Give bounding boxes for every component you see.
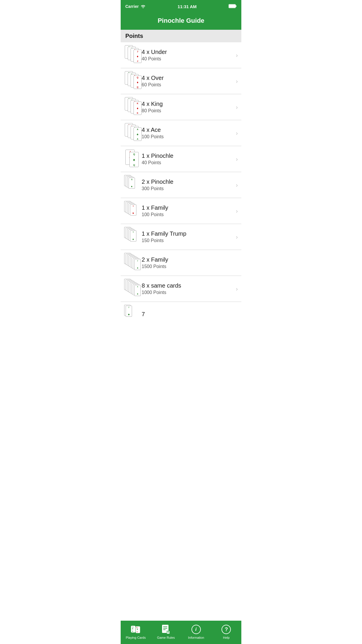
item-content: 2 x Pinochle 300 Points [142, 178, 233, 191]
chevron-right-icon: › [236, 130, 238, 136]
item-title: 8 x same cards [142, 282, 233, 289]
status-right [229, 4, 237, 9]
list-item[interactable]: J♦ Q♠ J♦ Q♠ 2 x Pinochle 300 Points › [121, 172, 241, 198]
status-bar: Carrier 11:31 AM [121, 0, 241, 13]
chevron-right-icon: › [236, 182, 238, 188]
card-thumbnail: J♦J Q♠Q [124, 149, 142, 169]
item-content: 4 x King 80 Points [142, 101, 233, 113]
item-title: 7 [142, 311, 238, 318]
item-content: 1 x Family Trump 150 Points [142, 230, 233, 243]
item-content: 4 x Over 60 Points [142, 75, 233, 88]
item-title: 2 x Family [142, 256, 238, 263]
list-item[interactable]: J♠J J♣J J♥J J♦J 4 x Under 40 Points › [121, 42, 241, 68]
svg-rect-1 [236, 5, 236, 7]
item-subtitle: 150 Points [142, 238, 233, 243]
status-left: Carrier [125, 4, 146, 9]
list-item[interactable]: J♦J Q♠Q 1 x Pinochle 40 Points › [121, 146, 241, 172]
list-item[interactable]: A♥ K♥ Q♥ J♥ T♥ 1 x Family 100 Points › [121, 198, 241, 224]
item-content: 8 x same cards 1000 Points [142, 282, 233, 295]
item-subtitle: 300 Points [142, 186, 233, 191]
item-content: 4 x Under 40 Points [142, 49, 233, 62]
item-content: 7 [142, 311, 238, 318]
list-item[interactable]: Q♠Q Q♣Q Q♥Q Q♦Q 4 x Over 60 Points › [121, 68, 241, 94]
card-thumbnail: A♦A A♥A A♣A A♠A [124, 123, 142, 143]
item-content: 1 x Pinochle 40 Points [142, 153, 233, 165]
wifi-icon [140, 4, 146, 9]
item-subtitle: 1500 Points [142, 264, 238, 269]
chevron-right-icon: › [236, 286, 238, 292]
item-title: 2 x Pinochle [142, 178, 233, 185]
item-subtitle: 40 Points [142, 56, 233, 62]
item-content: 2 x Family 1500 Points [142, 256, 238, 269]
card-thumbnail: A♥ A♠ K♥ K♠ Q♥ Q♠ J♥ J♠ [124, 253, 142, 273]
status-time: 11:31 AM [178, 4, 196, 9]
section-header: Points [121, 30, 241, 42]
item-title: 4 x Under [142, 49, 233, 55]
item-title: 1 x Pinochle [142, 153, 233, 159]
chevron-right-icon: › [236, 208, 238, 214]
card-thumbnail: J♠J J♣J J♥J J♦J [124, 45, 142, 65]
chevron-right-icon: › [236, 52, 238, 59]
item-subtitle: 80 Points [142, 108, 233, 113]
item-title: 4 x Over [142, 75, 233, 81]
app-header: Pinochle Guide [121, 13, 241, 30]
item-subtitle: 60 Points [142, 82, 233, 88]
battery-icon [229, 4, 237, 9]
card-thumbnail: K♠K K♣K K♥K K♦K [124, 97, 142, 117]
list-item[interactable]: A♦A A♥A A♣A A♠A 4 x Ace 100 Points › [121, 120, 241, 146]
item-subtitle: 40 Points [142, 160, 233, 165]
card-thumbnail: A♠ K♠ Q♠ J♠ T♠ [124, 227, 142, 247]
chevron-right-icon: › [236, 78, 238, 85]
item-content: 1 x Family 100 Points [142, 204, 233, 217]
list-item[interactable]: A♥ A♠ K♥ K♠ Q♥ Q♠ J♥ J♠ 2 x Family 1500 … [121, 250, 241, 276]
card-thumbnail: Q♠Q Q♣Q Q♥Q Q♦Q [124, 71, 142, 91]
item-title: 4 x King [142, 101, 233, 107]
item-subtitle: 100 Points [142, 134, 233, 139]
list-item[interactable]: A♠ K♠ Q♠ J♠ T♠ 1 x Family Trump 150 Poin… [121, 224, 241, 250]
chevron-right-icon: › [236, 156, 238, 162]
item-subtitle: 1000 Points [142, 290, 233, 295]
list-item[interactable]: A♦ A♥ A♣ A♠ A♦ A♥ A♣ A♠ 8 x same cards 1… [121, 276, 241, 302]
carrier-label: Carrier [125, 4, 139, 9]
item-title: 1 x Family [142, 204, 233, 211]
list-item[interactable]: 7♠ 7♣ 7 [121, 302, 241, 328]
chevron-right-icon: › [236, 234, 238, 240]
page-title: Pinochle Guide [158, 17, 204, 24]
list-item[interactable]: K♠K K♣K K♥K K♦K 4 x King 80 Points › [121, 94, 241, 120]
card-thumbnail: A♦ A♥ A♣ A♠ A♦ A♥ A♣ A♠ [124, 279, 142, 299]
item-content: 4 x Ace 100 Points [142, 127, 233, 139]
points-list: J♠J J♣J J♥J J♦J 4 x Under 40 Points › Q♠… [121, 42, 241, 351]
card-thumbnail: A♥ K♥ Q♥ J♥ T♥ [124, 201, 142, 221]
card-thumbnail: 7♠ 7♣ [124, 305, 142, 325]
chevron-right-icon: › [236, 104, 238, 111]
item-subtitle: 100 Points [142, 212, 233, 217]
card-thumbnail: J♦ Q♠ J♦ Q♠ [124, 175, 142, 195]
svg-rect-2 [229, 5, 235, 8]
item-title: 4 x Ace [142, 127, 233, 133]
item-title: 1 x Family Trump [142, 230, 233, 237]
